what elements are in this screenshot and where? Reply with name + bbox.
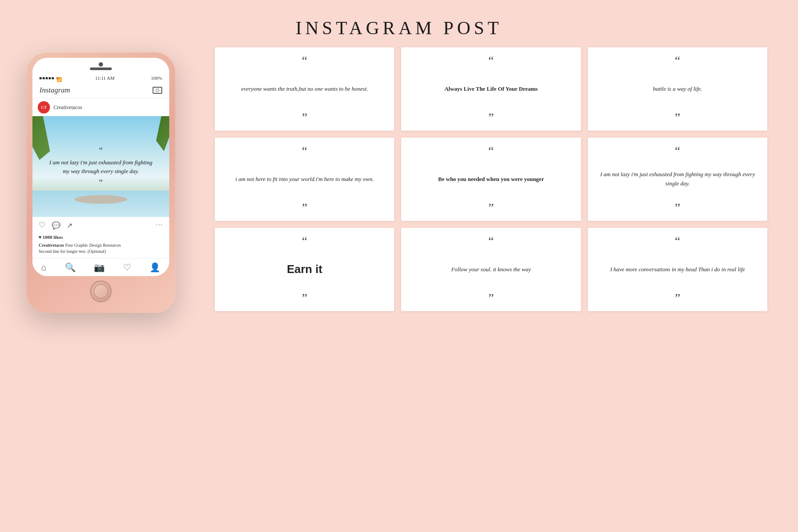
close-quote-8: ” <box>488 292 494 304</box>
quote-card-4: “i am not here to fit into your world.i'… <box>215 138 394 221</box>
quote-text-inner-8: Follow your soul. it knows the way <box>451 265 531 274</box>
quote-text-inner-9: I have more conversations in my head Tha… <box>610 265 745 274</box>
close-quote-3: ” <box>675 111 680 124</box>
quote-text-area-1: everyone wants the truth,but no one want… <box>239 67 370 111</box>
close-quote-9: ” <box>675 292 680 304</box>
ig-caption-subtext: Second line for longer text. (Optional) <box>39 248 163 255</box>
quote-text-area-9: I have more conversations in my head Tha… <box>609 247 747 292</box>
quote-card-6: “I am not lazy i'm just exhausted from f… <box>588 138 767 221</box>
camera-nav-icon[interactable]: 📷 <box>94 262 105 273</box>
share-icon[interactable]: ↗ <box>67 221 72 230</box>
phone-home-button[interactable] <box>90 280 112 302</box>
ig-profile-row: CT Creativetacos <box>32 99 169 116</box>
quote-text-area-2: Always Live The Life Of Your Dreams <box>443 67 540 111</box>
phone-camera <box>99 62 103 67</box>
open-quote-3: “ <box>675 54 680 67</box>
water-decoration <box>32 191 169 217</box>
quote-text-inner-2: Always Live The Life Of Your Dreams <box>445 85 538 94</box>
quote-text-area-7: Earn it <box>285 247 324 292</box>
phone-speaker <box>90 67 112 70</box>
ig-likes: ♥ 1000 likes <box>32 234 169 241</box>
signal-dots: 📶 <box>39 77 59 79</box>
instagram-header: Instagram <box>32 82 169 99</box>
home-nav-icon[interactable]: ⌂ <box>41 262 46 273</box>
quote-text-inner-6: I am not lazy i'm just exhausted from fi… <box>598 170 757 188</box>
phone-mockup: 📶 11:11 AM 100% Instagram CT Creativetac… <box>26 52 175 313</box>
phone-screen: 📶 11:11 AM 100% Instagram CT Creativetac… <box>32 58 169 276</box>
profile-nav-icon[interactable]: 👤 <box>150 262 160 273</box>
quote-text-area-6: I am not lazy i'm just exhausted from fi… <box>597 157 759 202</box>
phone-battery: 100% <box>151 75 162 81</box>
quote-text-area-4: i am not here to fit into your world.i'm… <box>234 157 376 202</box>
post-open-quote-mark: " <box>46 145 156 156</box>
quote-text-inner-7: Earn it <box>287 260 322 279</box>
close-quote-7: ” <box>302 292 307 304</box>
open-quote-8: “ <box>488 235 494 247</box>
ig-actions-bar: ♡ 💬 ↗ ··· <box>32 217 169 234</box>
ig-bottom-nav: ⌂ 🔍 📷 ♡ 👤 <box>32 258 169 276</box>
quote-card-7: “Earn it” <box>215 228 394 311</box>
quote-text-area-5: Be who you needed when you were younger <box>436 157 545 202</box>
quote-card-8: “Follow your soul. it knows the way” <box>401 228 581 311</box>
ig-caption-text: Free Graphic Design Resources <box>65 243 121 248</box>
ig-camera-icon <box>153 87 162 94</box>
quote-text-area-3: battle is a way of life. <box>651 67 704 111</box>
page-title: INSTAGRAM POST <box>0 0 798 39</box>
open-quote-5: “ <box>488 145 494 157</box>
post-close-quote-mark: " <box>46 177 156 188</box>
main-layout: 📶 11:11 AM 100% Instagram CT Creativetac… <box>0 39 798 322</box>
close-quote-1: ” <box>302 111 307 124</box>
open-quote-9: “ <box>675 235 680 247</box>
cards-section: “everyone wants the truth,but no one wan… <box>210 47 772 311</box>
quote-text-inner-5: Be who you needed when you were younger <box>438 175 544 184</box>
phone-home-button-inner <box>93 284 108 299</box>
search-nav-icon[interactable]: 🔍 <box>65 262 76 273</box>
ig-logo: Instagram <box>39 86 70 95</box>
ig-caption: Creativetacos Free Graphic Design Resour… <box>32 241 169 258</box>
close-quote-2: ” <box>488 111 494 124</box>
heart-icon[interactable]: ♡ <box>39 220 46 230</box>
quote-card-1: “everyone wants the truth,but no one wan… <box>215 47 394 131</box>
quote-text-inner-1: everyone wants the truth,but no one want… <box>241 85 368 94</box>
heart-nav-icon[interactable]: ♡ <box>123 262 131 273</box>
quote-text-area-8: Follow your soul. it knows the way <box>449 247 533 292</box>
cards-grid: “everyone wants the truth,but no one wan… <box>210 47 772 311</box>
ig-username: Creativetacos <box>53 104 82 111</box>
ig-caption-username: Creativetacos <box>39 243 64 248</box>
quote-card-3: “battle is a way of life.” <box>588 47 767 131</box>
ig-avatar: CT <box>38 101 50 113</box>
comment-icon[interactable]: 💬 <box>52 221 61 230</box>
quote-card-5: “Be who you needed when you were younger… <box>401 138 581 221</box>
more-options-icon[interactable]: ··· <box>156 222 164 229</box>
quote-card-2: “Always Live The Life Of Your Dreams” <box>401 47 581 131</box>
ig-post-image: " I am not lazy i'm just exhausted from … <box>32 116 169 217</box>
open-quote-6: “ <box>675 145 680 157</box>
ig-actions-left: ♡ 💬 ↗ <box>39 220 72 230</box>
quote-card-9: “I have more conversations in my head Th… <box>588 228 767 311</box>
phone-container: 📶 11:11 AM 100% Instagram CT Creativetac… <box>26 52 193 313</box>
quote-text-inner-3: battle is a way of life. <box>653 85 702 94</box>
phone-status-bar: 📶 11:11 AM 100% <box>32 74 169 82</box>
quote-text-inner-4: i am not here to fit into your world.i'm… <box>235 175 374 184</box>
open-quote-7: “ <box>302 235 307 247</box>
phone-time: 11:11 AM <box>95 75 114 81</box>
close-quote-5: ” <box>488 202 494 214</box>
close-quote-6: ” <box>675 202 680 214</box>
hammock-decoration <box>75 195 127 204</box>
open-quote-1: “ <box>302 54 307 67</box>
post-quote-overlay: " I am not lazy i'm just exhausted from … <box>46 145 156 188</box>
post-quote-text: I am not lazy i'm just exhausted from fi… <box>46 158 156 175</box>
open-quote-2: “ <box>488 54 494 67</box>
close-quote-4: ” <box>302 202 307 214</box>
open-quote-4: “ <box>302 145 307 157</box>
